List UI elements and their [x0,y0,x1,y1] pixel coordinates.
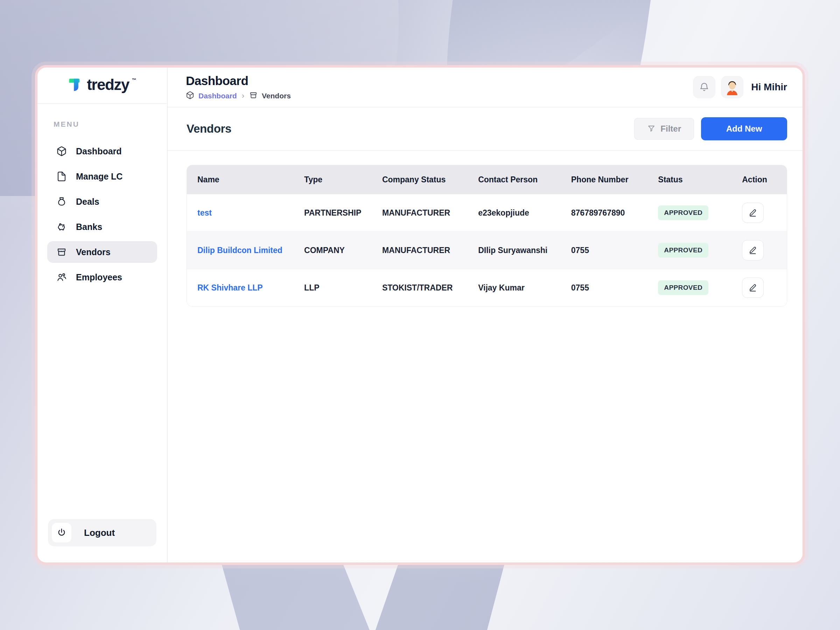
vendor-type: COMPANY [298,232,376,269]
page-header: Dashboard Dashboard › [167,68,802,107]
edit-button[interactable] [742,240,764,261]
power-icon [52,523,71,543]
breadcrumb-separator: › [242,92,244,101]
notification-bell-button[interactable] [693,76,715,98]
storefront-icon [56,247,67,257]
filter-button[interactable]: Filter [634,118,694,140]
tredzy-logo-icon [68,77,84,93]
table-row: RK Shivhare LLP LLP STOKIST/TRADER Vijay… [187,269,787,306]
vendor-contact-person: e23ekopjiude [472,194,565,232]
logout-button[interactable]: Logout [48,519,156,546]
sidebar-item-dashboard[interactable]: Dashboard [47,141,157,162]
sidebar-item-label: Dashboard [76,146,122,156]
toolbar-actions: Filter Add New [634,117,787,141]
column-header-name: Name [187,165,298,194]
filter-label: Filter [660,124,681,134]
logout-label: Logout [84,527,115,538]
file-icon [56,171,67,182]
page-title: Dashboard [186,74,291,88]
menu-section-label: MENU [54,120,167,128]
sidebar-item-label: Vendors [76,247,111,257]
header-right: Hi Mihir [693,76,787,98]
cube-icon [186,91,194,101]
breadcrumb-current: Vendors [262,92,291,100]
vendor-type: PARTNERSHIP [298,194,376,232]
vendor-company-status: MANUFACTURER [376,232,472,269]
cube-icon [56,146,67,156]
vendor-name-link[interactable]: test [197,208,212,217]
add-new-button[interactable]: Add New [701,117,787,141]
sidebar-item-label: Manage LC [76,172,123,182]
breadcrumb: Dashboard › Vendors [186,91,291,101]
user-greeting: Hi Mihir [751,82,787,93]
column-header-status: Status [652,165,736,194]
column-header-action: Action [736,165,787,194]
vendor-phone: 876789767890 [565,194,652,232]
pencil-icon [748,283,757,292]
sidebar-item-employees[interactable]: Employees [47,266,157,288]
status-badge: APPROVED [658,243,708,257]
app-window: tredzy ™ MENU Dashboard [35,65,805,565]
trademark-symbol: ™ [132,77,136,83]
status-badge: APPROVED [658,205,708,220]
sidebar-item-label: Banks [76,222,102,232]
pencil-icon [748,208,757,217]
logo-row: tredzy ™ [38,68,167,104]
piggy-bank-icon [56,221,67,232]
vendor-company-status: MANUFACTURER [376,194,472,232]
main-content: Dashboard Dashboard › [167,68,802,562]
vendor-name-link[interactable]: Dilip Buildcon Limited [197,246,283,255]
people-icon [56,272,67,283]
table-row: Dilip Buildcon Limited COMPANY MANUFACTU… [187,232,787,269]
column-header-contact-person: Contact Person [472,165,565,194]
vendor-phone: 0755 [565,232,652,269]
money-bag-icon [56,196,67,207]
vendor-contact-person: Vijay Kumar [472,269,565,306]
section-heading: Vendors [186,122,231,136]
sidebar-item-banks[interactable]: Banks [47,216,157,238]
status-badge: APPROVED [658,280,708,295]
vendors-toolbar: Vendors Filter Add New [167,107,802,151]
brand-logo: tredzy ™ [68,77,136,93]
table-header-row: Name Type Company Status Contact Person … [187,165,787,194]
breadcrumb-dashboard-link[interactable]: Dashboard [199,92,237,100]
sidebar-item-manage-lc[interactable]: Manage LC [47,166,157,187]
vendor-name-link[interactable]: RK Shivhare LLP [197,283,263,292]
table-row: test PARTNERSHIP MANUFACTURER e23ekopjiu… [187,194,787,232]
storefront-icon [249,91,257,101]
funnel-icon [647,125,655,133]
edit-button[interactable] [742,203,764,223]
bell-icon [699,82,709,92]
column-header-company-status: Company Status [376,165,472,194]
vendor-company-status: STOKIST/TRADER [376,269,472,306]
sidebar: tredzy ™ MENU Dashboard [38,68,167,562]
header-left: Dashboard Dashboard › [186,74,291,101]
sidebar-item-vendors[interactable]: Vendors [47,241,157,263]
vendors-table: Name Type Company Status Contact Person … [186,165,787,306]
sidebar-nav: Dashboard Manage LC Deals [38,133,167,288]
sidebar-item-deals[interactable]: Deals [47,191,157,212]
vendor-type: LLP [298,269,376,306]
sidebar-item-label: Employees [76,272,122,283]
sidebar-item-label: Deals [76,197,99,207]
vendor-contact-person: DIlip Suryawanshi [472,232,565,269]
brand-name: tredzy [87,77,129,93]
vendor-phone: 0755 [565,269,652,306]
column-header-phone-number: Phone Number [565,165,652,194]
column-header-type: Type [298,165,376,194]
avatar[interactable] [721,76,744,98]
pencil-icon [748,246,757,255]
edit-button[interactable] [742,278,764,298]
